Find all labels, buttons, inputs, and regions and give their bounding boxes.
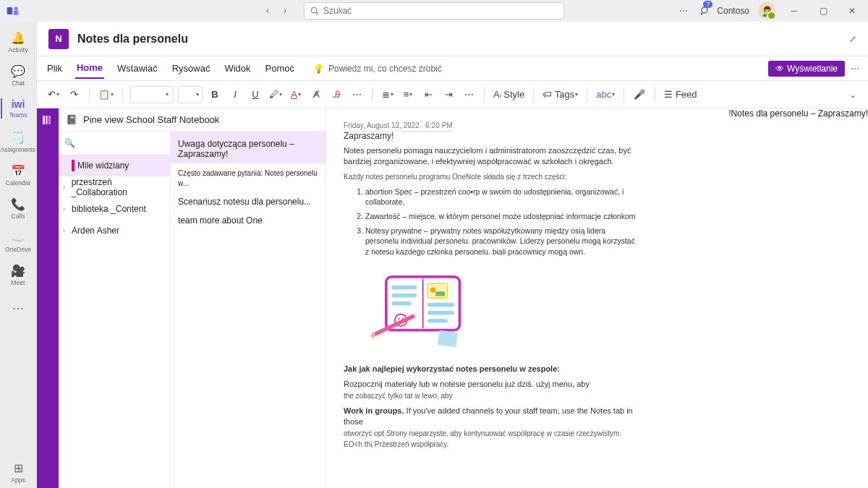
notebook-nav-toggle[interactable]: [37, 108, 59, 488]
font-size-select[interactable]: ▾: [178, 86, 203, 103]
tab-insert[interactable]: Wstawiać: [116, 59, 159, 78]
italic-button[interactable]: I: [227, 86, 243, 103]
bold-button[interactable]: B: [207, 86, 223, 103]
tab-home[interactable]: Home: [75, 58, 104, 79]
spellcheck-button[interactable]: abc▾: [595, 86, 616, 103]
svg-marker-25: [370, 332, 375, 338]
app-rail: 🔔Activity 💬Chat iwiTeams 🗒️Assignments 📅…: [0, 22, 36, 488]
format-painter-button[interactable]: Ꭿ: [328, 86, 344, 103]
assignments-icon: 🗒️: [11, 131, 25, 145]
notebook-title: Pine view School Staff Notebook: [83, 114, 219, 125]
svg-point-22: [398, 318, 399, 320]
page-canvas[interactable]: !Notes dla personelu – Zapraszamy! Frida…: [326, 108, 868, 488]
notification-badge: 7: [703, 1, 712, 8]
tell-me[interactable]: 💡 Powiedz mi, co chcesz zrobić: [313, 64, 442, 74]
global-search[interactable]: [304, 2, 564, 20]
expand-icon[interactable]: ⤢: [849, 34, 856, 44]
tab-file[interactable]: Plik: [46, 59, 64, 78]
indent-button[interactable]: ⇥: [441, 86, 456, 103]
title-bar: ‹ › ⋯ 7 Contoso 🙍‍♂️ ─ ▢ ✕: [0, 0, 868, 22]
svg-rect-8: [46, 116, 48, 124]
more-para-icon[interactable]: ⋯: [461, 86, 477, 103]
svg-rect-18: [427, 303, 454, 307]
page-title-float: !Notes dla personelu – Zapraszamy!: [728, 108, 868, 119]
notebook-title-row[interactable]: 📓 Pine view School Staff Notebook: [59, 108, 326, 132]
rail-apps[interactable]: ⊞Apps: [1, 456, 35, 488]
section-item-content[interactable]: ›biblioteka _Content: [59, 198, 170, 220]
window-minimize-icon[interactable]: ─: [784, 1, 804, 21]
font-family-select[interactable]: ▾: [130, 86, 174, 103]
undo-button[interactable]: ↶▾: [46, 86, 61, 103]
clipboard-button[interactable]: 📋▾: [97, 86, 115, 103]
font-color-button[interactable]: A▾: [288, 86, 304, 103]
outdent-button[interactable]: ⇤: [420, 86, 436, 103]
rail-more[interactable]: ⋯: [1, 292, 35, 324]
tab-draw[interactable]: Rysować: [171, 59, 212, 78]
rail-teams[interactable]: iwiTeams: [1, 93, 35, 124]
numbering-button[interactable]: ≡▾: [400, 86, 416, 103]
section-item-collab[interactable]: ›przestrzeń _Collaboration: [59, 176, 170, 198]
collapse-ribbon-icon[interactable]: ⌄: [846, 90, 859, 100]
styles-button[interactable]: Aᵢ Style: [492, 86, 526, 103]
notifications-icon[interactable]: 7: [697, 5, 708, 17]
rail-calls[interactable]: 📞Calls: [1, 192, 35, 224]
bell-icon: 🔔: [11, 31, 25, 45]
ribbon-tabs: Plik Home Wstawiać Rysować Widok Pomoc 💡…: [37, 56, 868, 81]
svg-rect-9: [48, 116, 51, 124]
search-icon: 🔍: [64, 138, 75, 148]
highlight-button[interactable]: 🖊▾: [268, 86, 284, 103]
clear-format-button[interactable]: A̸: [308, 86, 324, 103]
more-font-icon[interactable]: ⋯: [349, 86, 365, 103]
ribbon-more-icon[interactable]: ⋯: [851, 64, 859, 74]
page-item[interactable]: Scenariusz notesu dla personelu...: [171, 192, 326, 211]
svg-line-4: [316, 12, 318, 14]
rail-activity[interactable]: 🔔Activity: [1, 26, 35, 58]
underline-button[interactable]: U: [247, 86, 263, 103]
svg-point-16: [430, 287, 435, 292]
page-item[interactable]: Uwaga dotycząca personelu – Zapraszamy!: [171, 132, 326, 163]
eye-icon: 👁: [775, 64, 784, 74]
svg-point-6: [702, 7, 707, 13]
page-item[interactable]: team more about One: [171, 211, 326, 230]
more-icon: ⋯: [12, 301, 24, 315]
rail-calendar[interactable]: 📅Calendar: [1, 159, 35, 191]
rail-onedrive[interactable]: ☁️OneDrive: [1, 226, 35, 257]
settings-more-icon[interactable]: ⋯: [679, 6, 688, 16]
search-input[interactable]: [323, 6, 558, 16]
pages-column: Uwaga dotycząca personelu – Zapraszamy! …: [171, 132, 326, 488]
app-header: N Notes dla personelu ⤢: [37, 22, 868, 56]
tab-help[interactable]: Pomoc: [264, 59, 296, 78]
rail-meet[interactable]: 🎥Meet: [1, 259, 35, 291]
svg-rect-0: [7, 7, 13, 14]
user-avatar[interactable]: 🙍‍♂️: [758, 2, 775, 20]
tags-button[interactable]: 🏷 Tags▾: [541, 86, 579, 103]
welcome-line: Zapraszamy!: [344, 131, 851, 141]
svg-rect-26: [438, 330, 458, 348]
dictate-button[interactable]: 🎤: [631, 86, 647, 103]
section-item-welcome[interactable]: Mile widziany: [59, 155, 170, 176]
bullets-button[interactable]: ≣▾: [380, 86, 396, 103]
tab-view[interactable]: Widok: [223, 59, 252, 78]
page-item[interactable]: Często zadawane pytania: Notes personelu…: [171, 163, 326, 192]
rail-assignments[interactable]: 🗒️Assignments: [1, 126, 35, 158]
window-close-icon[interactable]: ✕: [842, 1, 862, 21]
svg-rect-7: [43, 116, 45, 124]
rail-chat[interactable]: 💬Chat: [1, 59, 35, 91]
notebook-content: 📓 Pine view School Staff Notebook 🔍 Mile…: [37, 108, 868, 488]
parts-lead: Każdy notes personelu programu OneNote s…: [344, 172, 633, 182]
nav-forward-icon[interactable]: ›: [278, 4, 292, 18]
onenote-logo-icon: N: [48, 29, 69, 49]
svg-rect-13: [391, 294, 417, 298]
list-item: Zawartość – miejsce, w którym personel m…: [365, 211, 640, 221]
home-toolbar: ↶▾ ↷ 📋▾ ▾ ▾ B I U 🖊▾ A▾ A̸ Ꭿ ⋯ ≣▾ ≡▾ ⇤ ⇥…: [37, 81, 868, 108]
redo-button[interactable]: ↷: [66, 86, 82, 103]
main-area: N Notes dla personelu ⤢ Plik Home Wstawi…: [36, 22, 868, 488]
viewing-mode-button[interactable]: 👁 Wyświetlanie: [768, 61, 845, 77]
nav-back-icon[interactable]: ‹: [260, 4, 275, 18]
window-maximize-icon[interactable]: ▢: [813, 1, 833, 21]
svg-point-5: [701, 13, 703, 15]
section-search[interactable]: 🔍: [59, 132, 170, 155]
section-item-arden[interactable]: ›Arden Asher: [59, 220, 170, 241]
apps-icon: ⊞: [14, 461, 23, 475]
feed-button[interactable]: ☰ Feed: [663, 86, 698, 103]
